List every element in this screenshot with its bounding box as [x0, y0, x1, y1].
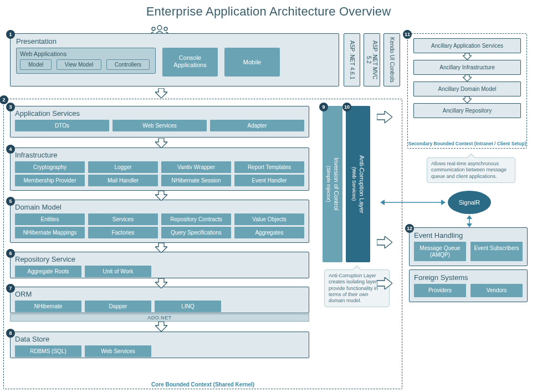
flow-arrow-icon [155, 191, 167, 201]
flow-arrow-icon [155, 138, 167, 148]
chip-repocontracts: Repository Contracts [161, 213, 231, 225]
domain-model-layer: Domain Model Entities Services Repositor… [10, 200, 309, 243]
badge-10: 10 [342, 103, 351, 111]
chip-ws: Web Services [85, 345, 151, 357]
chip-nhsession: NHibernate Session [161, 175, 231, 186]
badge-6: 6 [6, 249, 15, 258]
double-arrow-h-icon [380, 200, 446, 205]
app-svc-title: Application Services [15, 109, 304, 118]
chip-nhmappings: NHibernate Mappings [15, 227, 85, 238]
badge-8: 8 [6, 329, 15, 338]
infra-title: Infrastructure [15, 151, 304, 159]
chip-uow: Unit of Work [85, 266, 151, 277]
chip-nhibernate: NHibernate [15, 301, 81, 312]
flow-arrow-icon [155, 278, 167, 288]
chip-report: Report Templates [234, 161, 304, 173]
flow-arrow-icon [155, 88, 167, 98]
chip-amqp: Message Queue (AMQP) [414, 242, 466, 261]
svg-point-2 [164, 27, 167, 30]
chip-vendors: Vendors [470, 284, 523, 297]
chip-membership: Membership Provider [15, 175, 85, 186]
chip-crypto: Cryptography [15, 161, 85, 173]
tech-kendo: Kendo UI Controls [383, 33, 400, 86]
badge-12: 12 [405, 224, 414, 233]
webapps-title: Web Applications [20, 50, 152, 57]
badge-7: 7 [6, 284, 15, 293]
infrastructure-layer: Infrastructure Cryptography Logger Vanti… [10, 147, 309, 191]
tech-aspnet: ASP .NET 4.6.1 [344, 33, 360, 86]
secondary-ctx-label: Secondary Bounded Context (Intranet / Cl… [408, 141, 526, 146]
application-services-layer: Application Services DTOs Web Services A… [10, 106, 309, 138]
pill-model: Model [20, 59, 52, 70]
signalr-node: SignalR [448, 191, 491, 214]
secondary-bounded-context: Ancillary Application Services Ancillary… [407, 33, 527, 149]
badge-11: 11 [403, 30, 412, 39]
ancillary-infrastructure: Ancillary Infrastructure [413, 60, 521, 75]
data-store-layer: Data Store RDBMS (SQL) Web Services [10, 332, 309, 358]
chip-logger: Logger [88, 161, 158, 173]
badge-4: 4 [6, 145, 15, 154]
flow-arrow-icon [155, 322, 167, 332]
svg-point-1 [152, 27, 155, 30]
badge-3: 3 [6, 103, 15, 111]
chip-valueobj: Value Objects [234, 213, 304, 225]
chip-eventhandler: Event Handler [234, 175, 304, 186]
chip-services: Services [88, 213, 158, 225]
chip-rdbms: RDBMS (SQL) [15, 345, 81, 357]
foreign-title: Foreign Systems [414, 273, 523, 282]
pill-viewmodel: View Model [57, 59, 102, 70]
event-handling-title: Event Handling [414, 231, 523, 240]
page-title: Enterprise Application Architecture Over… [0, 0, 537, 27]
pill-controllers: Controllers [106, 59, 150, 70]
right-arrow-icon [377, 277, 392, 289]
repository-service-layer: Repository Service Aggregate Roots Unit … [10, 252, 309, 278]
chip-vantiv: Vantiv Wrapper [161, 161, 231, 173]
chip-factories: Factories [88, 227, 158, 238]
ancillary-app-services: Ancillary Application Services [413, 38, 521, 53]
datastore-title: Data Store [15, 335, 304, 343]
chip-entities: Entities [15, 213, 85, 225]
chip-subscribers: Event Subscribers [470, 242, 523, 261]
presentation-layer: Presentation Web Applications Model View… [10, 33, 339, 86]
double-arrow-v-icon [467, 215, 472, 227]
core-ctx-label: Core Bounded Context (Shared Kernel) [4, 381, 402, 388]
badge-5: 5 [6, 197, 15, 206]
chip-linq: LINQ [155, 301, 221, 312]
badge-9: 9 [319, 103, 328, 111]
web-applications-box: Web Applications Model View Model Contro… [16, 48, 156, 74]
ancillary-domain-model: Ancillary Domain Model [413, 82, 521, 96]
tech-mvc: ASP .NET MVC 5.2 [364, 33, 380, 86]
ancillary-repository: Ancillary Repository [413, 103, 521, 118]
orm-layer: ORM NHibernate Dapper LINQ [10, 287, 309, 313]
chip-aggregates: Aggregates [234, 227, 304, 238]
down-arrow-icon [413, 53, 521, 60]
diagram-canvas: 1 2 3 4 5 6 7 8 9 10 11 12 Presentation … [0, 27, 537, 392]
down-arrow-icon [413, 75, 521, 82]
svg-point-0 [157, 26, 162, 30]
chip-queryspec: Query Specifications [161, 227, 231, 238]
ioc-column: Inversion of Control(Simple Injector) [323, 106, 342, 262]
adonet-bar: ADO.NET [10, 314, 309, 322]
chip-webservices: Web Services [112, 120, 207, 131]
presentation-title: Presentation [16, 37, 333, 45]
console-apps-box: Console Applications [162, 48, 218, 77]
chip-providers: Providers [414, 284, 466, 297]
right-arrow-icon [377, 236, 392, 248]
chip-dapper: Dapper [85, 301, 151, 312]
acl-column: Anti-Corruption Layer(Web Services) [346, 106, 370, 262]
right-arrow-icon [377, 111, 392, 123]
domain-title: Domain Model [15, 203, 304, 211]
mobile-box: Mobile [224, 48, 280, 77]
chip-adapter: Adapter [210, 120, 304, 131]
chip-dtos: DTOs [15, 120, 109, 131]
repo-title: Repository Service [15, 255, 304, 263]
chip-aggroots: Aggregate Roots [15, 266, 81, 277]
flow-arrow-icon [155, 243, 167, 253]
down-arrow-icon [413, 96, 521, 103]
signalr-tooltip: Allows real-time asynchronous communicat… [427, 157, 515, 183]
chip-mail: Mail Handler [88, 175, 158, 186]
badge-1: 1 [6, 30, 15, 39]
foreign-systems-panel: Foreign Systems Providers Vendors [409, 269, 528, 302]
orm-title: ORM [15, 290, 304, 298]
event-handling-panel: Event Handling Message Queue (AMQP) Even… [409, 227, 528, 266]
